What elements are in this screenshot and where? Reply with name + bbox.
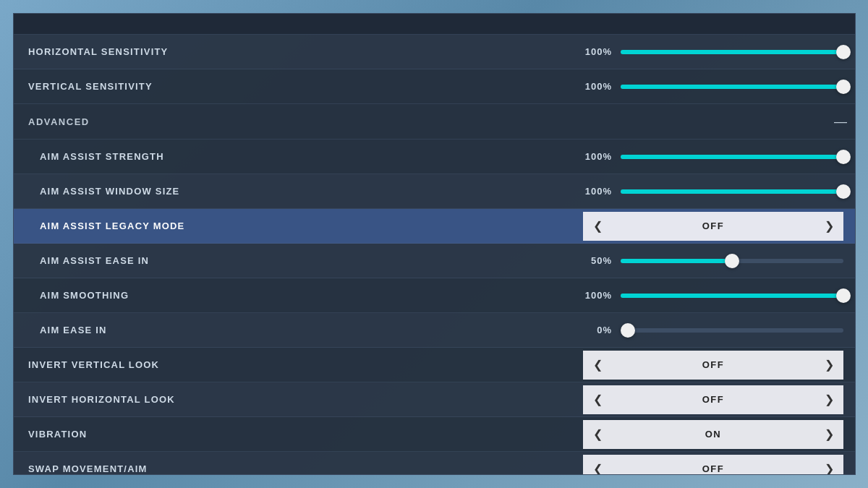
toggle-right-arrow-invert-horizontal-look[interactable]: ❯: [814, 385, 843, 414]
setting-label-aim-assist-window-size: AIM ASSIST WINDOW SIZE: [14, 186, 583, 197]
slider-thumb-horizontal-sensitivity[interactable]: [836, 45, 851, 59]
toggle-container-invert-vertical-look[interactable]: ❮ OFF ❯: [583, 351, 843, 380]
setting-control-aim-ease-in[interactable]: 0%: [583, 325, 855, 335]
toggle-container-invert-horizontal-look[interactable]: ❮ OFF ❯: [583, 385, 843, 414]
setting-control-vibration[interactable]: ❮ ON ❯: [583, 420, 855, 449]
setting-control-invert-horizontal-look[interactable]: ❮ OFF ❯: [583, 385, 855, 414]
toggle-value-aim-assist-legacy-mode: OFF: [612, 221, 814, 231]
toggle-value-swap-movement-aim: OFF: [612, 463, 814, 474]
section-collapse-btn[interactable]: —: [826, 104, 855, 139]
toggle-right-arrow-vibration[interactable]: ❯: [814, 420, 843, 449]
setting-label-aim-assist-ease-in: AIM ASSIST EASE IN: [14, 255, 583, 266]
slider-thumb-aim-ease-in[interactable]: [621, 323, 635, 338]
slider-fill-horizontal-sensitivity: [621, 50, 843, 54]
setting-row-aim-ease-in[interactable]: AIM EASE IN 0%: [14, 313, 855, 348]
slider-fill-vertical-sensitivity: [621, 85, 843, 89]
setting-control-invert-vertical-look[interactable]: ❮ OFF ❯: [583, 351, 855, 380]
toggle-right-arrow-aim-assist-legacy-mode[interactable]: ❯: [814, 212, 843, 241]
slider-track-aim-ease-in[interactable]: [621, 328, 843, 333]
toggle-left-arrow-invert-vertical-look[interactable]: ❮: [583, 351, 612, 380]
setting-row-aim-assist-window-size[interactable]: AIM ASSIST WINDOW SIZE 100%: [14, 174, 855, 209]
setting-control-aim-assist-legacy-mode[interactable]: ❮ OFF ❯: [583, 212, 855, 241]
setting-control-swap-movement-aim[interactable]: ❮ OFF ❯: [583, 455, 855, 475]
toggle-right-arrow-swap-movement-aim[interactable]: ❯: [814, 455, 843, 475]
setting-control-horizontal-sensitivity[interactable]: 100%: [583, 46, 855, 57]
toggle-value-vibration: ON: [612, 429, 814, 440]
toggle-value-invert-horizontal-look: OFF: [612, 394, 814, 405]
toggle-container-vibration[interactable]: ❮ ON ❯: [583, 420, 843, 449]
slider-track-aim-assist-ease-in[interactable]: [621, 259, 843, 263]
setting-row-advanced-section: ADVANCED —: [14, 104, 855, 140]
setting-row-vertical-sensitivity[interactable]: VERTICAL SENSITIVITY 100%: [14, 69, 855, 104]
setting-control-vertical-sensitivity[interactable]: 100%: [583, 81, 855, 92]
slider-container-aim-assist-window-size[interactable]: 100%: [583, 186, 843, 197]
slider-fill-aim-assist-window-size: [621, 189, 843, 194]
slider-container-horizontal-sensitivity[interactable]: 100%: [583, 46, 843, 57]
toggle-left-arrow-invert-horizontal-look[interactable]: ❮: [583, 385, 612, 414]
slider-container-aim-smoothing[interactable]: 100%: [583, 290, 843, 301]
setting-label-horizontal-sensitivity: HORIZONTAL SENSITIVITY: [14, 46, 583, 57]
slider-track-aim-assist-window-size[interactable]: [621, 189, 843, 194]
setting-label-aim-smoothing: AIM SMOOTHING: [14, 290, 583, 301]
setting-label-vertical-sensitivity: VERTICAL SENSITIVITY: [14, 81, 583, 92]
settings-list: HORIZONTAL SENSITIVITY 100% VERTICAL SEN…: [14, 35, 855, 474]
setting-label-invert-horizontal-look: INVERT HORIZONTAL LOOK: [14, 394, 583, 405]
setting-row-invert-horizontal-look[interactable]: INVERT HORIZONTAL LOOK ❮ OFF ❯: [14, 382, 855, 417]
setting-control-aim-assist-strength[interactable]: 100%: [583, 151, 855, 162]
slider-track-vertical-sensitivity[interactable]: [621, 85, 843, 89]
toggle-left-arrow-vibration[interactable]: ❮: [583, 420, 612, 449]
slider-value-vertical-sensitivity: 100%: [583, 81, 612, 92]
slider-fill-aim-smoothing: [621, 294, 843, 298]
setting-row-aim-assist-strength[interactable]: AIM ASSIST STRENGTH 100%: [14, 140, 855, 174]
slider-value-aim-assist-window-size: 100%: [583, 186, 612, 197]
slider-value-aim-assist-strength: 100%: [583, 151, 612, 162]
setting-label-vibration: VIBRATION: [14, 429, 583, 440]
setting-label-aim-assist-strength: AIM ASSIST STRENGTH: [14, 151, 583, 162]
panel-title: [14, 14, 855, 35]
slider-track-aim-assist-strength[interactable]: [621, 155, 843, 159]
toggle-container-swap-movement-aim[interactable]: ❮ OFF ❯: [583, 455, 843, 475]
slider-value-aim-assist-ease-in: 50%: [583, 255, 612, 266]
setting-label-aim-assist-legacy-mode: AIM ASSIST LEGACY MODE: [14, 221, 583, 231]
setting-control-aim-assist-ease-in[interactable]: 50%: [583, 255, 855, 266]
slider-container-aim-ease-in[interactable]: 0%: [583, 325, 843, 335]
slider-container-aim-assist-ease-in[interactable]: 50%: [583, 255, 843, 266]
section-label: ADVANCED: [28, 116, 826, 127]
setting-row-horizontal-sensitivity[interactable]: HORIZONTAL SENSITIVITY 100%: [14, 35, 855, 69]
slider-container-vertical-sensitivity[interactable]: 100%: [583, 81, 843, 92]
setting-label-invert-vertical-look: INVERT VERTICAL LOOK: [14, 359, 583, 370]
slider-thumb-vertical-sensitivity[interactable]: [836, 80, 851, 94]
slider-thumb-aim-assist-ease-in[interactable]: [725, 254, 739, 268]
setting-label-aim-ease-in: AIM EASE IN: [14, 325, 583, 335]
toggle-left-arrow-swap-movement-aim[interactable]: ❮: [583, 455, 612, 475]
slider-thumb-aim-smoothing[interactable]: [836, 288, 851, 303]
setting-row-invert-vertical-look[interactable]: INVERT VERTICAL LOOK ❮ OFF ❯: [14, 348, 855, 382]
setting-control-aim-smoothing[interactable]: 100%: [583, 290, 855, 301]
setting-control-aim-assist-window-size[interactable]: 100%: [583, 186, 855, 197]
slider-value-aim-smoothing: 100%: [583, 290, 612, 301]
slider-track-aim-smoothing[interactable]: [621, 294, 843, 298]
setting-row-vibration[interactable]: VIBRATION ❮ ON ❯: [14, 417, 855, 452]
setting-row-swap-movement-aim[interactable]: SWAP MOVEMENT/AIM ❮ OFF ❯: [14, 452, 855, 474]
controller-panel: HORIZONTAL SENSITIVITY 100% VERTICAL SEN…: [13, 13, 856, 475]
slider-thumb-aim-assist-window-size[interactable]: [836, 184, 851, 199]
slider-thumb-aim-assist-strength[interactable]: [836, 150, 851, 164]
slider-value-aim-ease-in: 0%: [583, 325, 612, 335]
slider-container-aim-assist-strength[interactable]: 100%: [583, 151, 843, 162]
toggle-container-aim-assist-legacy-mode[interactable]: ❮ OFF ❯: [583, 212, 843, 241]
setting-row-aim-smoothing[interactable]: AIM SMOOTHING 100%: [14, 278, 855, 313]
slider-track-horizontal-sensitivity[interactable]: [621, 50, 843, 54]
toggle-value-invert-vertical-look: OFF: [612, 359, 814, 370]
slider-fill-aim-assist-ease-in: [621, 259, 732, 263]
toggle-right-arrow-invert-vertical-look[interactable]: ❯: [814, 351, 843, 380]
toggle-left-arrow-aim-assist-legacy-mode[interactable]: ❮: [583, 212, 612, 241]
slider-fill-aim-assist-strength: [621, 155, 843, 159]
setting-row-aim-assist-ease-in[interactable]: AIM ASSIST EASE IN 50%: [14, 244, 855, 278]
setting-label-swap-movement-aim: SWAP MOVEMENT/AIM: [14, 463, 583, 474]
slider-value-horizontal-sensitivity: 100%: [583, 46, 612, 57]
setting-row-aim-assist-legacy-mode[interactable]: AIM ASSIST LEGACY MODE ❮ OFF ❯: [14, 209, 855, 244]
